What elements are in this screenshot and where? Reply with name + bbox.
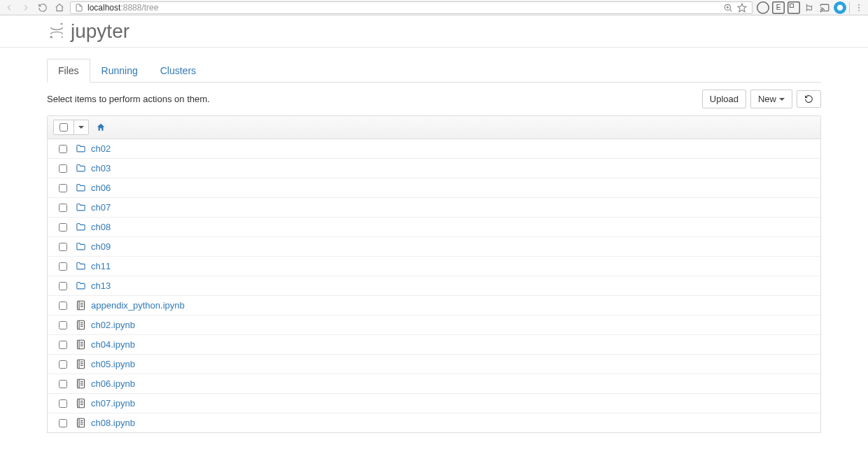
row-checkbox-wrap <box>53 399 73 408</box>
star-bookmark-icon[interactable] <box>736 1 748 14</box>
tab-clusters[interactable]: Clusters <box>149 59 207 83</box>
file-row: ch05.ipynb <box>48 354 820 374</box>
row-checkbox-wrap <box>53 204 73 212</box>
caret-down-icon <box>78 126 84 129</box>
folder-icon <box>76 241 88 252</box>
file-name-link[interactable]: ch04.ipynb <box>91 339 135 350</box>
svg-point-12 <box>62 36 63 38</box>
file-row: ch08.ipynb <box>48 413 820 432</box>
row-checkbox[interactable] <box>59 419 67 427</box>
row-checkbox[interactable] <box>59 243 67 251</box>
nav-reload-button[interactable] <box>36 1 49 14</box>
upload-button[interactable]: Upload <box>702 90 746 108</box>
notebook-icon <box>76 418 88 428</box>
file-name-link[interactable]: ch08 <box>91 222 111 232</box>
file-row: appendix_python.ipynb <box>48 295 820 315</box>
select-all-checkbox-input[interactable] <box>59 123 68 132</box>
folder-icon <box>76 222 88 232</box>
row-checkbox[interactable] <box>59 341 67 349</box>
file-name-link[interactable]: ch09 <box>91 241 111 252</box>
nav-forward-button[interactable] <box>20 1 32 14</box>
notebook-icon <box>76 300 88 311</box>
row-checkbox[interactable] <box>59 145 67 153</box>
address-bar[interactable]: localhost:8888/tree <box>70 1 752 14</box>
file-name-link[interactable]: ch08.ipynb <box>91 418 135 428</box>
row-checkbox[interactable] <box>59 380 67 388</box>
url-text: localhost:8888/tree <box>88 3 158 13</box>
row-checkbox-wrap <box>53 145 73 153</box>
file-row: ch06 <box>48 178 820 197</box>
file-name-link[interactable]: ch03 <box>91 163 111 173</box>
refresh-button[interactable] <box>797 90 821 108</box>
toolbar-hint: Select items to perform actions on them. <box>47 94 210 104</box>
file-name-link[interactable]: ch13 <box>91 281 111 291</box>
tab-running[interactable]: Running <box>90 59 149 83</box>
nav-home-button[interactable] <box>53 1 66 14</box>
file-name-link[interactable]: appendix_python.ipynb <box>91 300 185 311</box>
row-checkbox-wrap <box>53 380 73 388</box>
extension-icon[interactable] <box>788 1 800 14</box>
caret-down-icon <box>779 98 785 101</box>
file-name-link[interactable]: ch11 <box>91 261 111 271</box>
file-row: ch02.ipynb <box>48 315 820 334</box>
jupyter-logo-text: jupyter <box>71 20 130 43</box>
new-dropdown-button[interactable]: New <box>750 90 792 108</box>
select-all-checkbox[interactable] <box>54 120 74 134</box>
chrome-menu-button[interactable] <box>853 1 865 14</box>
folder-icon <box>76 143 88 154</box>
file-row: ch13 <box>48 276 820 295</box>
svg-point-10 <box>61 23 63 25</box>
file-row: ch09 <box>48 236 820 256</box>
file-name-link[interactable]: ch07 <box>91 202 111 213</box>
svg-point-5 <box>820 10 821 11</box>
row-checkbox[interactable] <box>59 184 67 192</box>
extension-icon[interactable] <box>834 1 846 14</box>
extension-icon[interactable] <box>803 1 816 14</box>
file-list: ch02ch03ch06ch07ch08ch09ch11ch13appendix… <box>47 139 821 433</box>
file-row: ch06.ipynb <box>48 374 820 393</box>
row-checkbox[interactable] <box>59 282 67 290</box>
row-checkbox[interactable] <box>59 164 67 173</box>
jupyter-logo[interactable]: jupyter <box>47 20 130 42</box>
notebook-icon <box>76 320 88 330</box>
row-checkbox-wrap <box>53 164 73 173</box>
notebook-icon <box>76 378 88 389</box>
row-checkbox[interactable] <box>59 399 67 408</box>
file-name-link[interactable]: ch05.ipynb <box>91 359 135 369</box>
row-checkbox[interactable] <box>59 360 67 369</box>
svg-marker-4 <box>738 3 746 12</box>
row-checkbox[interactable] <box>59 302 67 310</box>
file-name-link[interactable]: ch02 <box>91 143 111 154</box>
select-all-dropdown[interactable] <box>74 120 88 134</box>
svg-point-7 <box>858 3 860 5</box>
svg-point-11 <box>50 36 53 38</box>
row-checkbox[interactable] <box>59 262 67 271</box>
zoom-icon[interactable] <box>722 1 734 14</box>
folder-icon <box>76 261 88 271</box>
extension-icon[interactable] <box>757 1 769 14</box>
browser-toolbar: localhost:8888/tree E <box>0 0 868 15</box>
file-name-link[interactable]: ch02.ipynb <box>91 320 135 330</box>
file-name-link[interactable]: ch06 <box>91 183 111 193</box>
breadcrumb-home-icon[interactable] <box>96 122 106 132</box>
folder-icon <box>76 202 88 213</box>
folder-icon <box>76 281 88 291</box>
notebook-icon <box>76 339 88 350</box>
tab-files[interactable]: Files <box>47 59 90 83</box>
row-checkbox[interactable] <box>59 223 67 232</box>
extension-icon[interactable]: E <box>772 1 785 14</box>
svg-point-9 <box>858 10 860 11</box>
row-checkbox-wrap <box>53 321 73 329</box>
file-name-link[interactable]: ch06.ipynb <box>91 378 135 389</box>
row-checkbox-wrap <box>53 282 73 290</box>
file-name-link[interactable]: ch07.ipynb <box>91 398 135 409</box>
svg-line-3 <box>730 9 732 11</box>
nav-back-button[interactable] <box>3 1 15 14</box>
cast-icon[interactable] <box>818 1 831 14</box>
page-viewport[interactable]: jupyter FilesRunningClusters Select item… <box>0 15 868 454</box>
row-checkbox[interactable] <box>59 204 67 212</box>
row-checkbox[interactable] <box>59 321 67 329</box>
select-all-group <box>53 120 89 135</box>
url-host: localhost <box>88 3 120 13</box>
row-checkbox-wrap <box>53 184 73 192</box>
